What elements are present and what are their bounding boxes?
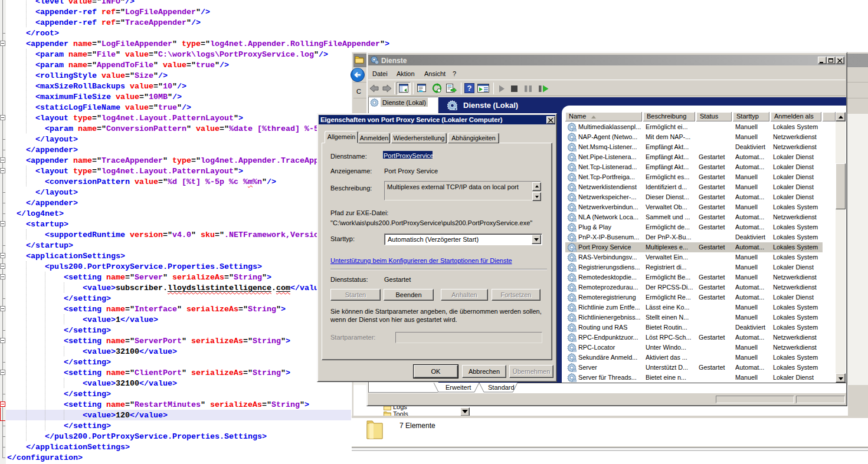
svg-text:Standard: Standard xyxy=(488,384,515,391)
svg-text:Erweitert: Erweitert xyxy=(446,384,471,391)
svg-text:?: ? xyxy=(467,84,472,93)
